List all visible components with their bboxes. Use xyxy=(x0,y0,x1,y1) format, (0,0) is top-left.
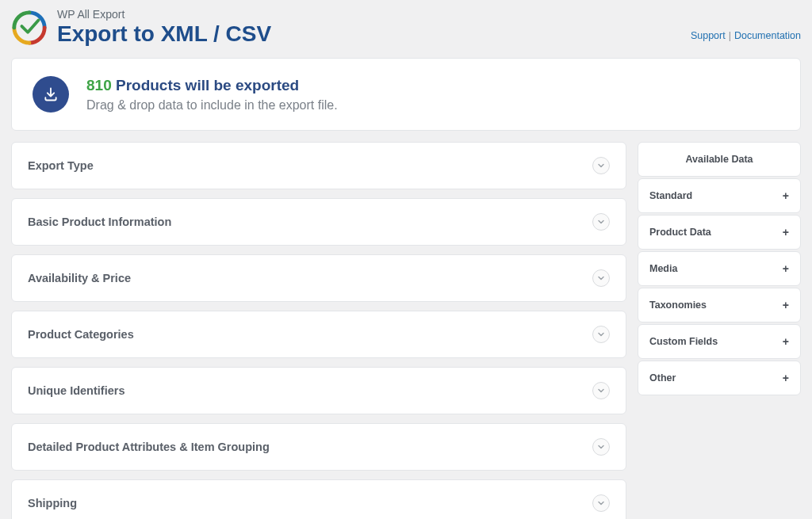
plus-icon: + xyxy=(783,189,789,202)
summary-headline: 810 Products will be exported xyxy=(86,76,338,95)
section-title: Export Type xyxy=(28,159,94,172)
available-item-label: Taxonomies xyxy=(649,300,707,311)
chevron-down-icon xyxy=(592,213,610,231)
sections-column: Export Type Basic Product Information Av… xyxy=(11,142,626,519)
plus-icon: + xyxy=(783,299,789,311)
link-separator: | xyxy=(726,30,734,41)
section-title: Availability & Price xyxy=(28,272,131,284)
plus-icon: + xyxy=(783,226,789,239)
section-product-categories[interactable]: Product Categories xyxy=(11,311,626,358)
header-links: Support|Documentation xyxy=(691,30,801,41)
section-detailed-attributes[interactable]: Detailed Product Attributes & Item Group… xyxy=(11,423,626,471)
available-item-product-data[interactable]: Product Data + xyxy=(638,215,801,250)
available-data-column: Available Data Standard + Product Data +… xyxy=(638,142,801,395)
available-item-label: Product Data xyxy=(649,227,711,238)
download-icon xyxy=(43,86,59,102)
chevron-down-icon xyxy=(592,382,610,399)
section-shipping[interactable]: Shipping xyxy=(11,479,626,519)
section-unique-identifiers[interactable]: Unique Identifiers xyxy=(11,367,626,414)
chevron-down-icon xyxy=(592,269,610,287)
section-basic-product-information[interactable]: Basic Product Information xyxy=(11,198,626,246)
available-item-label: Custom Fields xyxy=(649,336,718,347)
section-title: Basic Product Information xyxy=(28,216,171,228)
section-title: Shipping xyxy=(28,497,77,509)
available-data-header: Available Data xyxy=(638,142,801,177)
page-header: WP All Export Export to XML / CSV Suppor… xyxy=(11,8,801,47)
section-title: Detailed Product Attributes & Item Group… xyxy=(28,441,270,453)
plus-icon: + xyxy=(783,372,789,384)
documentation-link[interactable]: Documentation xyxy=(734,30,801,41)
section-title: Unique Identifiers xyxy=(28,384,124,397)
brand-subtitle: WP All Export xyxy=(57,8,271,21)
chevron-down-icon xyxy=(592,326,610,343)
available-item-custom-fields[interactable]: Custom Fields + xyxy=(638,324,801,359)
page-title: Export to XML / CSV xyxy=(57,22,271,47)
section-title: Product Categories xyxy=(28,328,134,341)
plus-icon: + xyxy=(783,335,789,348)
section-availability-price[interactable]: Availability & Price xyxy=(11,254,626,302)
chevron-down-icon xyxy=(592,157,610,174)
summary-subtext: Drag & drop data to include in the expor… xyxy=(86,98,338,113)
available-item-taxonomies[interactable]: Taxonomies + xyxy=(638,288,801,322)
brand-logo-icon xyxy=(11,10,48,46)
summary-count: 810 xyxy=(86,77,112,93)
support-link[interactable]: Support xyxy=(691,30,726,41)
plus-icon: + xyxy=(783,262,789,275)
section-export-type[interactable]: Export Type xyxy=(11,142,626,189)
chevron-down-icon xyxy=(592,438,610,456)
available-item-standard[interactable]: Standard + xyxy=(638,178,801,213)
brand-block: WP All Export Export to XML / CSV xyxy=(11,8,271,47)
available-item-label: Media xyxy=(649,263,677,274)
summary-headline-rest: Products will be exported xyxy=(116,77,299,93)
download-icon-circle xyxy=(33,76,69,113)
available-item-label: Other xyxy=(649,372,676,384)
available-item-other[interactable]: Other + xyxy=(638,361,801,395)
summary-panel: 810 Products will be exported Drag & dro… xyxy=(11,58,801,131)
available-item-media[interactable]: Media + xyxy=(638,251,801,286)
available-item-label: Standard xyxy=(649,190,692,201)
chevron-down-icon xyxy=(592,494,610,512)
summary-text: 810 Products will be exported Drag & dro… xyxy=(86,76,338,113)
